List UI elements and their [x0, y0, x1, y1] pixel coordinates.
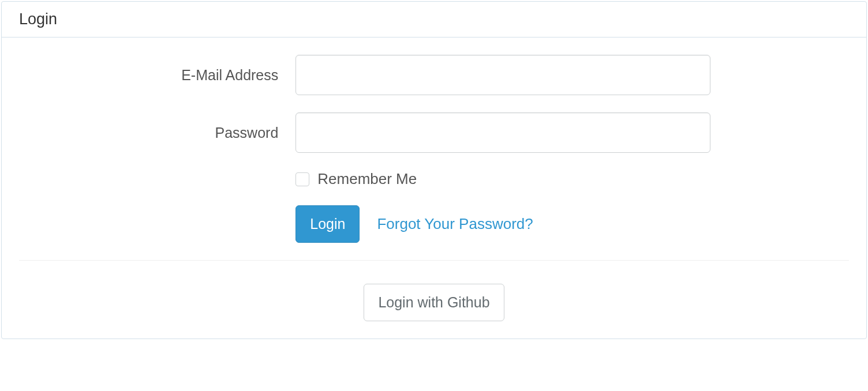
- remember-group: Remember Me: [19, 170, 849, 188]
- password-group: Password: [19, 112, 849, 153]
- divider: [19, 260, 849, 261]
- forgot-password-link[interactable]: Forgot Your Password?: [377, 215, 533, 233]
- email-input[interactable]: [295, 55, 710, 95]
- remember-me-text: Remember Me: [317, 170, 417, 188]
- email-group: E-Mail Address: [19, 55, 849, 95]
- password-label: Password: [19, 125, 295, 141]
- login-button[interactable]: Login: [295, 205, 360, 243]
- panel-body: E-Mail Address Password Remember Me Logi…: [2, 37, 866, 339]
- remember-me-checkbox[interactable]: [295, 172, 309, 186]
- remember-me-label-wrapper[interactable]: Remember Me: [295, 170, 794, 188]
- panel-title: Login: [2, 2, 866, 37]
- action-group: Login Forgot Your Password?: [19, 205, 849, 243]
- login-panel: Login E-Mail Address Password Remember M…: [1, 1, 867, 339]
- password-input[interactable]: [295, 112, 710, 153]
- github-login-button[interactable]: Login with Github: [364, 284, 504, 321]
- email-label: E-Mail Address: [19, 67, 295, 84]
- oauth-row: Login with Github: [19, 284, 849, 321]
